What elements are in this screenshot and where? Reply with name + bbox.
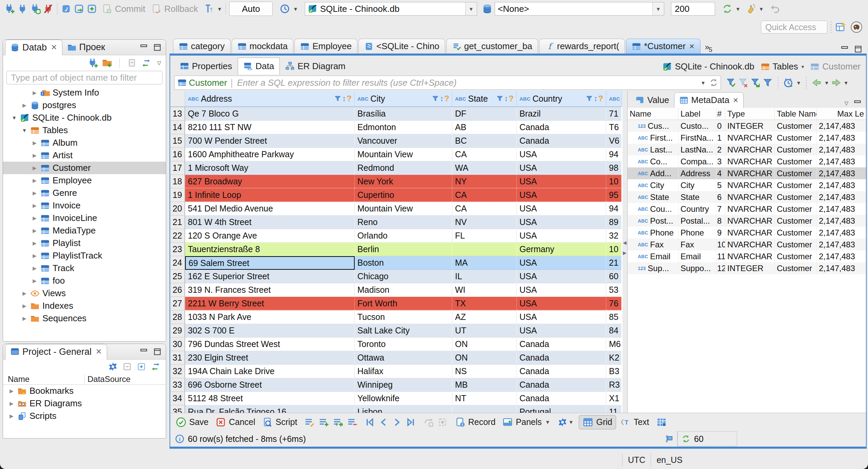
meta-row[interactable]: ABCCityCity5NVARCHARCustomer2,147,483 bbox=[628, 179, 866, 191]
column-datasource[interactable]: DataSource bbox=[84, 374, 131, 384]
fetch-all-icon[interactable] bbox=[437, 417, 448, 428]
meta-row[interactable]: ABCCo...Compa...3NVARCHARCustomer2,147,4… bbox=[628, 156, 866, 167]
cell-city[interactable]: Salt Lake City bbox=[355, 324, 452, 338]
tab-metadata[interactable]: MetaData ✕ bbox=[674, 92, 744, 108]
save-filter-icon[interactable] bbox=[750, 77, 761, 88]
script-button[interactable]: Script bbox=[262, 417, 297, 428]
minimize-icon[interactable] bbox=[840, 45, 849, 54]
cell-state[interactable]: NY bbox=[452, 175, 517, 188]
sql-filter-input[interactable]: Customer | Enter a SQL expression to fil… bbox=[174, 76, 721, 90]
gear-icon[interactable] bbox=[107, 361, 118, 372]
auto-refresh-icon[interactable] bbox=[783, 77, 794, 88]
cell-country[interactable]: Canada bbox=[517, 338, 606, 351]
next-page-icon[interactable] bbox=[831, 77, 842, 88]
apply-filter-icon[interactable] bbox=[726, 77, 736, 88]
row-number[interactable]: 25 bbox=[170, 270, 185, 283]
collapsed-arrow-icon[interactable]: ▶ bbox=[31, 253, 38, 259]
meta-row[interactable]: ABCPost...Postal...8NVARCHARCustomer2,14… bbox=[628, 215, 866, 227]
cell-city[interactable]: Berlin bbox=[355, 243, 452, 256]
tree-item-invoiceline[interactable]: ▶InvoiceLine bbox=[3, 212, 166, 224]
cell-state[interactable]: FL bbox=[452, 229, 517, 243]
back-icon[interactable] bbox=[769, 3, 780, 14]
cell-address[interactable]: Tauentzienstraße 8 bbox=[185, 243, 355, 256]
row-number[interactable]: 31 bbox=[170, 351, 185, 365]
column-name[interactable]: Name bbox=[3, 374, 84, 384]
row-number[interactable]: 22 bbox=[170, 229, 185, 243]
close-icon[interactable]: ✕ bbox=[51, 43, 57, 52]
row-number[interactable]: 14 bbox=[170, 121, 185, 134]
tree-item-playlisttrack[interactable]: ▶PlaylistTrack bbox=[3, 249, 166, 262]
meta-column-2[interactable]: # bbox=[716, 108, 725, 120]
meta-max-length[interactable]: 2,147,483 bbox=[817, 262, 866, 274]
cell-postal[interactable]: 84 bbox=[606, 324, 622, 338]
cell-postal[interactable]: M6 bbox=[606, 338, 622, 351]
row-number[interactable]: 16 bbox=[170, 148, 185, 161]
cell-address[interactable]: 5112 48 Street bbox=[185, 392, 355, 405]
cancel-button[interactable]: Cancel bbox=[215, 417, 255, 428]
row-number[interactable]: 19 bbox=[170, 188, 185, 202]
project-item-bookmarks[interactable]: ▶★Bookmarks bbox=[3, 385, 166, 397]
row-number[interactable]: 21 bbox=[170, 216, 185, 229]
cell-country[interactable]: Canada bbox=[517, 351, 606, 365]
close-icon[interactable]: ✕ bbox=[689, 42, 695, 50]
chevron-down-icon[interactable]: ▼ bbox=[796, 80, 801, 86]
cell-address[interactable]: 1 Infinite Loop bbox=[185, 188, 355, 202]
meta-max-length[interactable]: 2,147,483 bbox=[817, 239, 866, 250]
meta-label[interactable]: Custo... bbox=[678, 120, 716, 132]
meta-column-1[interactable]: Label bbox=[678, 108, 716, 120]
reconnect-icon[interactable] bbox=[30, 3, 41, 14]
meta-label[interactable]: FirstNa... bbox=[678, 132, 716, 144]
record-button[interactable]: i Record bbox=[455, 417, 496, 428]
cell-country[interactable]: USA bbox=[517, 148, 606, 161]
refresh-icon[interactable] bbox=[709, 78, 718, 87]
chevron-down-icon[interactable]: ▼ bbox=[569, 419, 574, 425]
cell-state[interactable]: WI bbox=[452, 283, 517, 297]
cell-country[interactable]: Brazil bbox=[517, 107, 606, 121]
row-number[interactable]: 29 bbox=[170, 324, 185, 338]
meta-column-5[interactable]: Max Le bbox=[817, 108, 866, 120]
link-with-editor-icon[interactable] bbox=[150, 361, 161, 372]
cell-postal[interactable]: 11 bbox=[606, 405, 622, 413]
tab-value[interactable]: Value bbox=[630, 92, 674, 108]
cell-country[interactable]: Canada bbox=[517, 365, 606, 378]
cell-country[interactable]: Canada bbox=[517, 378, 606, 392]
editor-tab--sqlite-chino[interactable]: <SQLite - Chino bbox=[358, 39, 445, 54]
row-number[interactable]: 32 bbox=[170, 365, 185, 378]
meta-table[interactable]: Customer bbox=[775, 215, 817, 227]
duplicate-row-icon[interactable] bbox=[333, 417, 343, 428]
meta-label[interactable]: Country bbox=[678, 203, 716, 215]
maximize-icon[interactable] bbox=[854, 45, 863, 54]
cell-address[interactable]: 302 S 700 E bbox=[185, 324, 355, 338]
cell-city[interactable]: Tucson bbox=[355, 310, 452, 324]
commit-label[interactable]: Commit bbox=[115, 4, 145, 14]
meta-label[interactable]: LastNa... bbox=[678, 144, 716, 156]
cell-country[interactable]: USA bbox=[517, 297, 606, 310]
meta-ordinal[interactable]: 10 bbox=[716, 239, 725, 250]
expanded-arrow-icon[interactable]: ▼ bbox=[11, 115, 18, 121]
meta-table[interactable]: Customer bbox=[775, 132, 817, 144]
meta-type[interactable]: NVARCHAR bbox=[725, 203, 775, 215]
cell-address[interactable]: 2211 W Berry Street bbox=[185, 297, 355, 310]
row-number[interactable]: 17 bbox=[170, 161, 185, 175]
sort-icon[interactable]: ↕ bbox=[342, 94, 346, 103]
meta-column-3[interactable]: Type bbox=[725, 108, 775, 120]
cell-state[interactable]: DF bbox=[452, 107, 517, 121]
cell-postal[interactable]: R3 bbox=[606, 378, 622, 392]
meta-type[interactable]: NVARCHAR bbox=[725, 179, 775, 191]
meta-label[interactable]: Address bbox=[678, 167, 716, 179]
tree-item-system-info[interactable]: ▶iSystem Info bbox=[3, 86, 166, 99]
collapsed-arrow-icon[interactable]: ▶ bbox=[21, 290, 28, 297]
meta-ordinal[interactable]: 1 bbox=[716, 132, 725, 144]
project-item-scripts[interactable]: ▶Scripts bbox=[3, 410, 166, 422]
first-row-icon[interactable] bbox=[364, 417, 375, 428]
cell-address[interactable]: Rua Dr. Falcão Trigoso 16 bbox=[185, 405, 355, 413]
cell-state[interactable]: NV bbox=[452, 216, 517, 229]
collapsed-arrow-icon[interactable]: ▶ bbox=[31, 152, 38, 159]
cell-city[interactable]: Redmond bbox=[355, 161, 452, 175]
clear-filter-icon[interactable] bbox=[738, 77, 749, 88]
cell-postal[interactable]: V6 bbox=[606, 134, 622, 148]
schema-selector[interactable]: <None> ▼ bbox=[495, 2, 664, 16]
editor-tab--customer[interactable]: *Customer✕ bbox=[626, 39, 701, 54]
editor-tab-category[interactable]: category bbox=[173, 39, 231, 54]
tab-overflow-indicator[interactable]: »5 bbox=[705, 42, 712, 54]
